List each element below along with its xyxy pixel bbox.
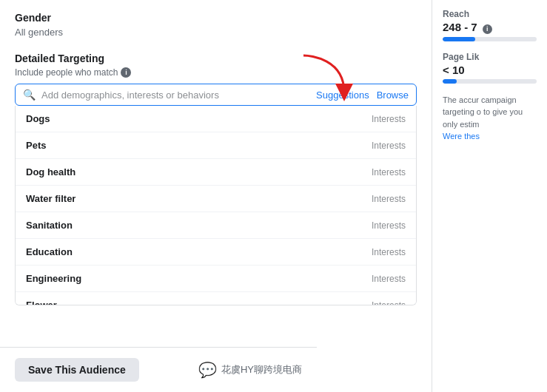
search-actions: Suggestions Browse xyxy=(316,89,409,101)
page-likes-bar-fill xyxy=(443,79,457,84)
page-likes-bar-track xyxy=(443,79,537,84)
item-name: Pets xyxy=(26,140,46,151)
include-label: Include people who match i xyxy=(15,67,417,78)
detailed-targeting-title: Detailed Targeting xyxy=(15,53,417,64)
dropdown-list: DogsInterestsPetsInterestsDog healthInte… xyxy=(15,106,417,305)
dropdown-item[interactable]: FlowerInterests xyxy=(16,292,416,305)
dropdown-item[interactable]: DogsInterests xyxy=(16,106,416,132)
were-these-link[interactable]: Were thes xyxy=(443,132,480,141)
detailed-targeting-section: Detailed Targeting Include people who ma… xyxy=(15,53,417,305)
search-bar[interactable]: 🔍 Add demographics, interests or behavio… xyxy=(15,84,417,106)
item-category: Interests xyxy=(372,274,406,284)
side-panel: Reach 248 - 7 i Page Lik < 10 The accur … xyxy=(432,0,547,392)
gender-section: Gender All genders xyxy=(15,12,417,38)
dropdown-item[interactable]: PetsInterests xyxy=(16,132,416,159)
dropdown-item[interactable]: EngineeringInterests xyxy=(16,266,416,292)
dropdown-item[interactable]: SanitationInterests xyxy=(16,212,416,239)
side-description: The accur campaign targeting o to give y… xyxy=(443,94,537,143)
item-name: Sanitation xyxy=(26,220,73,231)
item-name: Engineering xyxy=(26,273,81,284)
item-category: Interests xyxy=(372,194,406,204)
item-category: Interests xyxy=(372,247,406,257)
reach-value: 248 - 7 i xyxy=(443,21,537,34)
suggestions-button[interactable]: Suggestions xyxy=(316,89,369,101)
item-name: Dogs xyxy=(26,113,50,124)
item-name: Flower xyxy=(26,300,57,305)
item-name: Education xyxy=(26,246,73,257)
reach-label: Reach xyxy=(443,9,537,19)
item-name: Water filter xyxy=(26,193,75,204)
dropdown-item[interactable]: Dog healthInterests xyxy=(16,159,416,186)
item-category: Interests xyxy=(372,300,406,306)
logo-text: 花虞HY聊跨境电商 xyxy=(221,363,302,376)
page-likes-stat: Page Lik < 10 xyxy=(443,52,537,84)
browse-button[interactable]: Browse xyxy=(377,89,409,101)
reach-bar-fill xyxy=(443,37,475,41)
page-likes-label: Page Lik xyxy=(443,52,537,62)
item-category: Interests xyxy=(372,114,406,124)
footer-bar: Save This Audience 💬 花虞HY聊跨境电商 xyxy=(0,347,317,392)
item-category: Interests xyxy=(372,220,406,231)
gender-label: Gender xyxy=(15,12,417,24)
page-likes-value: < 10 xyxy=(443,64,537,76)
reach-info-icon[interactable]: i xyxy=(483,24,492,34)
item-category: Interests xyxy=(372,141,406,151)
gender-value: All genders xyxy=(15,27,417,38)
logo-icon: 💬 xyxy=(198,361,217,379)
save-audience-button[interactable]: Save This Audience xyxy=(15,358,139,382)
search-input[interactable]: Add demographics, interests or behaviors xyxy=(41,89,316,101)
reach-bar-track xyxy=(443,37,537,41)
footer-logo: 💬 花虞HY聊跨境电商 xyxy=(198,361,302,379)
search-icon: 🔍 xyxy=(23,89,36,101)
dropdown-item[interactable]: Water filterInterests xyxy=(16,186,416,212)
reach-stat: Reach 248 - 7 i xyxy=(443,9,537,41)
item-name: Dog health xyxy=(26,166,75,178)
info-icon[interactable]: i xyxy=(121,67,131,78)
main-panel: Gender All genders Detailed Targeting In… xyxy=(0,0,432,392)
item-category: Interests xyxy=(372,167,406,178)
dropdown-item[interactable]: EducationInterests xyxy=(16,239,416,266)
